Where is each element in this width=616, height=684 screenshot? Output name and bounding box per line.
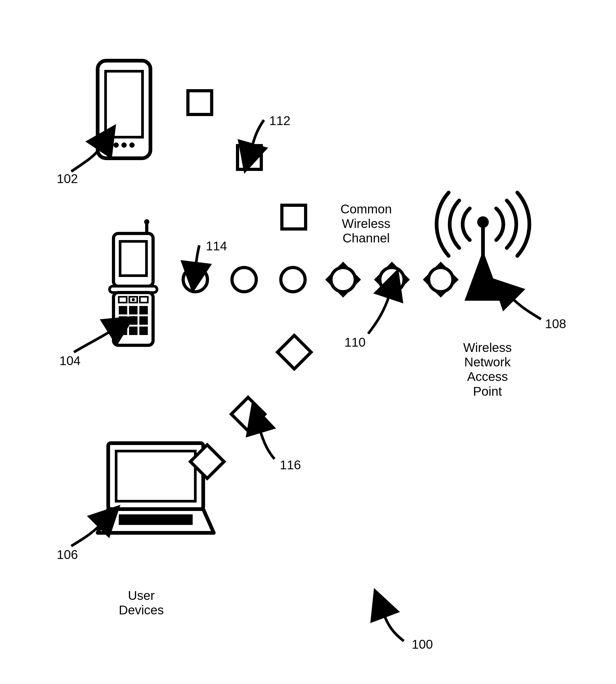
circle-symbol xyxy=(183,268,207,292)
leader-100 xyxy=(384,615,404,641)
ref-102-label: 102 xyxy=(57,172,78,186)
circle-symbol xyxy=(281,268,305,292)
ref-108-label: 108 xyxy=(545,317,566,331)
svg-rect-19 xyxy=(119,326,127,335)
svg-rect-13 xyxy=(119,306,127,315)
ref-104-label: 104 xyxy=(59,354,81,368)
svg-point-4 xyxy=(129,142,135,148)
svg-point-11 xyxy=(132,298,135,301)
diagram-svg xyxy=(0,0,616,684)
leader-108 xyxy=(512,298,541,319)
ref-112-label: 112 xyxy=(269,113,290,128)
diamond-symbols-group xyxy=(190,335,311,478)
svg-rect-17 xyxy=(129,316,137,325)
circle-symbols-group xyxy=(183,268,305,292)
combined-symbol xyxy=(376,264,408,295)
combined-symbol xyxy=(328,264,359,295)
svg-rect-25 xyxy=(116,451,195,501)
svg-point-34 xyxy=(428,268,453,292)
leader-104 xyxy=(74,331,111,352)
common-wireless-channel-label: Common Wireless Channel xyxy=(340,202,392,246)
svg-point-2 xyxy=(113,142,119,148)
leader-106 xyxy=(71,525,100,546)
svg-rect-26 xyxy=(119,515,193,525)
svg-point-23 xyxy=(144,219,149,225)
ref-100-label: 100 xyxy=(412,637,433,652)
ref-106-label: 106 xyxy=(57,547,78,562)
ref-110-label: 110 xyxy=(345,335,366,349)
ref-114-label: 114 xyxy=(206,239,227,253)
svg-rect-20 xyxy=(129,326,137,335)
square-symbol xyxy=(188,91,212,114)
leader-112 xyxy=(252,120,264,146)
square-symbol xyxy=(282,205,306,229)
combined-symbol xyxy=(425,264,457,295)
combined-symbols-group xyxy=(328,264,457,295)
svg-point-28 xyxy=(477,216,489,228)
svg-point-32 xyxy=(380,268,404,292)
diagram-stage: 102 104 106 108 112 114 116 110 100 Comm… xyxy=(0,0,616,684)
leader-116 xyxy=(260,430,274,459)
svg-rect-1 xyxy=(106,71,142,137)
leader-114 xyxy=(196,245,199,265)
circle-symbol xyxy=(232,268,256,292)
svg-rect-15 xyxy=(139,306,148,315)
leader-102 xyxy=(71,148,100,172)
square-symbol xyxy=(238,145,261,169)
diamond-symbol xyxy=(278,335,311,369)
wireless-network-access-point-label: Wireless Network Access Point xyxy=(463,340,512,398)
diamond-symbol xyxy=(231,397,265,431)
flipphone-device xyxy=(110,219,157,345)
svg-rect-14 xyxy=(129,306,137,315)
leader-110 xyxy=(368,295,389,334)
svg-rect-16 xyxy=(119,316,127,325)
square-symbols-group xyxy=(188,91,306,229)
svg-rect-12 xyxy=(140,297,148,302)
svg-point-30 xyxy=(331,268,355,292)
smartphone-device xyxy=(98,61,150,158)
svg-rect-18 xyxy=(139,316,148,325)
svg-rect-9 xyxy=(119,297,127,302)
user-devices-label: User Devices xyxy=(119,588,164,617)
svg-rect-6 xyxy=(120,242,147,276)
ref-116-label: 116 xyxy=(280,458,301,472)
svg-rect-21 xyxy=(139,326,148,335)
svg-point-3 xyxy=(122,142,127,148)
